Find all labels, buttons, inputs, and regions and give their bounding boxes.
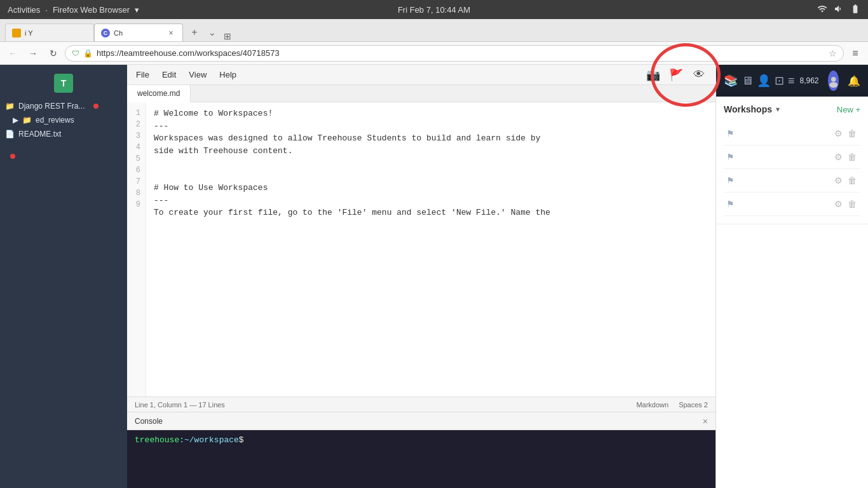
- th-profile-icon[interactable]: 👤: [757, 74, 771, 88]
- workshop-3-flag-icon: ⚑: [726, 175, 735, 186]
- workshops-section: Workshops ▾ New + ⚑ ⚙ 🗑 ⚑ ⚙ 🗑: [716, 97, 868, 224]
- workshop-4-trash-icon[interactable]: 🗑: [846, 198, 858, 210]
- th-community-icon[interactable]: ⊡: [775, 74, 784, 88]
- firefox-label[interactable]: Firefox Web Browser: [53, 5, 130, 15]
- tab-1-favicon: [12, 29, 21, 37]
- menu-edit[interactable]: Edit: [161, 67, 177, 82]
- editor-tab-welcome[interactable]: welcome.md: [127, 85, 191, 102]
- folder-icon: 📁: [5, 102, 15, 111]
- back-button[interactable]: ←: [4, 44, 22, 62]
- editor-toolbar-right: 📷 🚩 👁: [644, 66, 708, 84]
- workshop-item-1: ⚑ ⚙ 🗑: [724, 122, 860, 146]
- preview-button[interactable]: 👁: [690, 66, 708, 84]
- console-prompt-path: :~/workspace: [179, 435, 239, 445]
- lock-icon: 🔒: [83, 49, 93, 58]
- activities-label[interactable]: Activities: [8, 5, 40, 15]
- code-editor[interactable]: 1 2 3 4 5 6 7 8 9 # Welcome to Workspace…: [127, 102, 715, 396]
- os-topbar-right: [817, 4, 860, 16]
- forward-button[interactable]: →: [24, 44, 42, 62]
- file-tree-folder-ed-reviews[interactable]: ▶ 📁 ed_reviews: [0, 113, 127, 127]
- os-topbar: Activities · Firefox Web Browser ▾ Fri F…: [0, 0, 868, 19]
- os-datetime: Fri Feb 7, 10:44 AM: [398, 5, 470, 15]
- subfolder-icon: 📁: [22, 116, 32, 125]
- menu-help[interactable]: Help: [218, 67, 238, 82]
- workshop-2-gear-icon[interactable]: ⚙: [833, 151, 844, 163]
- th-books-icon[interactable]: 📚: [724, 74, 738, 88]
- console-header: Console ×: [127, 412, 715, 430]
- workshops-title: Workshops: [724, 104, 772, 114]
- console-prompt-suffix: $: [239, 435, 244, 445]
- workshop-3-gear-icon[interactable]: ⚙: [833, 174, 844, 187]
- subfolder-name: ed_reviews: [36, 116, 74, 125]
- workshop-2-actions: ⚙ 🗑: [833, 151, 858, 163]
- workshop-1-flag-icon: ⚑: [726, 128, 735, 139]
- reload-button[interactable]: ↻: [44, 44, 62, 62]
- code-content[interactable]: # Welcome to Workspaces! --- Workspaces …: [146, 102, 715, 396]
- browser-chrome: i Y C Ch × + ⌄ ⊞ ← → ↻ 🛡 🔒 https://teamt…: [0, 19, 868, 65]
- editor-menubar: File Edit View Help 📷 🚩 👁: [127, 65, 715, 85]
- svg-point-0: [831, 77, 836, 82]
- console-label: Console: [135, 417, 163, 426]
- file-tree-folder-django[interactable]: 📁 Django REST Fra...: [0, 99, 127, 113]
- status-right: Markdown Spaces 2: [636, 401, 708, 409]
- volume-icon: [834, 4, 844, 16]
- workshop-item-2: ⚑ ⚙ 🗑: [724, 146, 860, 169]
- indent-mode[interactable]: Spaces 2: [679, 401, 708, 409]
- workshops-dropdown-button[interactable]: ▾: [776, 105, 780, 114]
- workshop-1-gear-icon[interactable]: ⚙: [833, 127, 844, 140]
- url-bar[interactable]: 🛡 🔒 https://teamtreehouse.com/workspaces…: [65, 45, 844, 62]
- wifi-icon: [817, 4, 827, 16]
- battery-icon: [850, 4, 860, 16]
- tab-2-title: Ch: [114, 29, 162, 37]
- console-close-button[interactable]: ×: [703, 416, 708, 426]
- editor-area: File Edit View Help 📷 🚩 👁 welcome.md 1 2…: [127, 65, 715, 488]
- browser-menu-button[interactable]: ≡: [846, 44, 864, 62]
- workshops-header: Workshops ▾ New +: [724, 104, 860, 114]
- treehouse-sidebar: 📚 🖥 👤 ⊡ ≡ 8,962 🔔 Workshops ▾ New +: [715, 65, 868, 488]
- workshop-4-flag-icon: ⚑: [726, 199, 735, 209]
- file-icon: 📄: [5, 130, 15, 139]
- th-points: 8,962: [800, 76, 819, 85]
- snapshot-button[interactable]: 📷: [644, 66, 662, 84]
- console-body[interactable]: treehouse:~/workspace$: [127, 430, 715, 488]
- th-menu-icon[interactable]: ≡: [788, 74, 795, 88]
- file-tree-file-readme[interactable]: 📄 README.txt: [0, 127, 127, 141]
- tab-list-button[interactable]: ⊞: [224, 31, 231, 41]
- line-numbers: 1 2 3 4 5 6 7 8 9: [127, 102, 146, 396]
- os-topbar-left: Activities · Firefox Web Browser ▾: [8, 5, 139, 15]
- red-dot-indicator: [93, 104, 98, 109]
- th-topnav: 📚 🖥 👤 ⊡ ≡ 8,962 🔔: [716, 65, 868, 97]
- tab-2-close[interactable]: ×: [166, 28, 176, 38]
- new-tab-button[interactable]: +: [186, 24, 203, 41]
- tab-1[interactable]: i Y: [5, 24, 94, 41]
- tab-overflow-button[interactable]: ⌄: [203, 24, 221, 41]
- file-name: README.txt: [18, 130, 61, 139]
- shield-icon: 🛡: [72, 49, 79, 58]
- folder-name: Django REST Fra...: [18, 102, 85, 111]
- svg-point-1: [829, 82, 837, 88]
- tab-1-title: i Y: [25, 29, 87, 37]
- th-monitor-icon[interactable]: 🖥: [742, 74, 753, 88]
- menu-view[interactable]: View: [187, 67, 208, 82]
- workshop-2-trash-icon[interactable]: 🗑: [846, 151, 858, 163]
- workshop-1-trash-icon[interactable]: 🗑: [846, 127, 858, 140]
- workshop-3-actions: ⚙ 🗑: [833, 174, 858, 187]
- language-mode[interactable]: Markdown: [636, 401, 668, 409]
- workshop-3-trash-icon[interactable]: 🗑: [846, 174, 858, 187]
- menu-file[interactable]: File: [135, 67, 151, 82]
- workshop-4-gear-icon[interactable]: ⚙: [833, 198, 844, 210]
- workshop-1-actions: ⚙ 🗑: [833, 127, 858, 140]
- dropdown-icon[interactable]: ▾: [135, 5, 139, 15]
- arrow-right-icon: ▶: [13, 116, 18, 125]
- cursor-position: Line 1, Column 1 — 17 Lines: [135, 401, 225, 409]
- tab-2[interactable]: C Ch ×: [94, 24, 183, 41]
- new-workshop-button[interactable]: New +: [837, 105, 860, 114]
- th-topnav-icons: 📚 🖥 👤 ⊡ ≡: [724, 74, 795, 88]
- bookmark-star-icon[interactable]: ☆: [829, 48, 837, 58]
- workshop-item-3: ⚑ ⚙ 🗑: [724, 169, 860, 193]
- th-bell-icon[interactable]: 🔔: [848, 75, 860, 87]
- console-area: Console × treehouse:~/workspace$: [127, 412, 715, 488]
- th-avatar[interactable]: [828, 71, 839, 91]
- flag-button[interactable]: 🚩: [667, 66, 685, 84]
- url-text: https://teamtreehouse.com/workspaces/407…: [97, 48, 280, 58]
